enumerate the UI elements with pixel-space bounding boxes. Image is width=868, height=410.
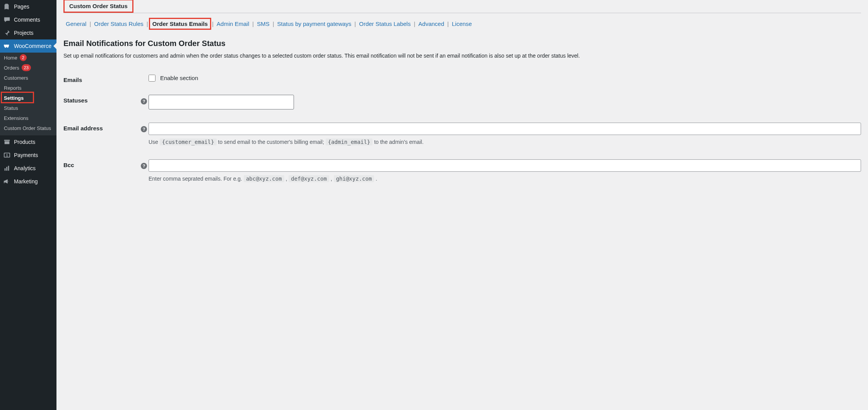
subtab-sms[interactable]: SMS [255, 19, 272, 29]
sidebar-item-comments[interactable]: Comments [0, 13, 56, 26]
subtab-separator: | [272, 20, 275, 27]
megaphone-icon [3, 178, 11, 185]
subtab-separator: | [89, 20, 92, 27]
sidebar-item-label: Pages [14, 3, 29, 10]
subtab-license[interactable]: License [449, 19, 474, 29]
submenu-label: Home [4, 55, 17, 61]
sidebar-item-label: Projects [14, 30, 34, 36]
subtab-separator: | [446, 20, 449, 27]
submenu-label: Settings [4, 95, 24, 101]
svg-rect-2 [5, 168, 6, 171]
page-title: Email Notifications for Custom Order Sta… [63, 39, 579, 48]
submenu-label: Status [4, 105, 18, 111]
woo-icon [3, 42, 11, 50]
sidebar-item-products[interactable]: Products [0, 135, 56, 149]
bcc-description: Enter comma seprated emails. For e.g. ab… [149, 175, 579, 183]
subtab-labels[interactable]: Order Status Labels [357, 19, 413, 29]
tab-custom-order-status[interactable]: Custom Order Status [63, 0, 133, 13]
statuses-multiselect[interactable] [149, 95, 294, 109]
page-description: Set up email notifications for customers… [63, 52, 579, 60]
sidebar-item-label: Comments [14, 17, 40, 23]
woocommerce-submenu: Home2Orders23CustomersReportsSettingsSta… [0, 53, 56, 135]
submenu-item-orders[interactable]: Orders23 [0, 63, 56, 73]
label-bcc: Bcc [63, 156, 141, 193]
subtab-separator: | [211, 20, 214, 27]
main-content: Custom Order Status General|Order Status… [56, 0, 579, 273]
submenu-label: Custom Order Status [4, 125, 51, 131]
pages-icon [3, 3, 11, 10]
sidebar-item-pages[interactable]: Pages [0, 0, 56, 13]
plugin-tab-row: Custom Order Status [63, 0, 579, 13]
code-customer-email: {customer_email} [160, 138, 217, 145]
subtab-separator: | [354, 20, 357, 27]
email-address-description: Use {customer_email} to send email to th… [149, 138, 579, 146]
enable-section-label: Enable section [160, 75, 198, 81]
archive-icon [3, 138, 11, 146]
admin-sidebar: PagesCommentsProjectsWooCommerce Home2Or… [0, 0, 56, 273]
subtab-separator: | [146, 20, 149, 27]
label-statuses: Statuses [63, 92, 141, 120]
sidebar-item-marketing[interactable]: Marketing [0, 175, 56, 188]
subtab-admin[interactable]: Admin Email [214, 19, 251, 29]
code-admin-email: {admin_email} [326, 138, 373, 145]
comment-icon [3, 16, 11, 24]
sidebar-item-label: Analytics [14, 165, 36, 171]
submenu-item-extensions[interactable]: Extensions [0, 113, 56, 123]
submenu-label: Extensions [4, 115, 29, 121]
enable-section-wrapper[interactable]: Enable section [149, 74, 198, 80]
subtab-separator: | [251, 20, 255, 27]
submenu-label: Customers [4, 75, 28, 81]
svg-rect-4 [8, 166, 9, 171]
subtab-rules[interactable]: Order Status Rules [92, 19, 146, 29]
submenu-label: Orders [4, 65, 19, 71]
subtab-emails[interactable]: Order Status Emails [149, 18, 211, 30]
email-address-input[interactable] [149, 123, 579, 135]
subtab-general[interactable]: General [63, 19, 89, 29]
svg-rect-3 [6, 167, 7, 171]
submenu-item-reports[interactable]: Reports [0, 83, 56, 93]
help-icon[interactable]: ? [141, 126, 147, 132]
bcc-input[interactable] [149, 159, 579, 172]
submenu-item-home[interactable]: Home2 [0, 53, 56, 63]
submenu-item-custom-order-status[interactable]: Custom Order Status [0, 123, 56, 133]
label-emails: Emails [63, 71, 141, 91]
count-badge: 2 [20, 54, 27, 61]
help-icon[interactable]: ? [141, 163, 147, 169]
pin-icon [3, 29, 11, 37]
sidebar-item-woocommerce[interactable]: WooCommerce [0, 39, 56, 53]
submenu-item-status[interactable]: Status [0, 103, 56, 113]
sidebar-item-label: WooCommerce [14, 43, 51, 49]
sidebar-item-label: Products [14, 139, 35, 145]
subtab-advanced[interactable]: Advanced [416, 19, 447, 29]
dollar-icon: $ [3, 151, 11, 159]
sidebar-item-projects[interactable]: Projects [0, 26, 56, 39]
count-badge: 23 [22, 64, 31, 71]
sidebar-item-label: Marketing [14, 178, 38, 184]
settings-subtabs: General|Order Status Rules|Order Status … [63, 13, 579, 33]
bars-icon [3, 164, 11, 172]
submenu-item-settings[interactable]: Settings [0, 93, 56, 103]
submenu-item-customers[interactable]: Customers [0, 73, 56, 83]
subtab-separator: | [413, 20, 416, 27]
enable-section-checkbox[interactable] [149, 75, 155, 82]
sidebar-item-payments[interactable]: $Payments [0, 149, 56, 162]
submenu-label: Reports [4, 85, 22, 91]
svg-text:$: $ [6, 154, 8, 157]
label-email-address: Email address [63, 120, 141, 156]
subtab-gateways[interactable]: Status by payment gateways [275, 19, 354, 29]
sidebar-item-analytics[interactable]: Analytics [0, 162, 56, 175]
sidebar-item-label: Payments [14, 152, 38, 158]
help-icon[interactable]: ? [141, 98, 147, 104]
